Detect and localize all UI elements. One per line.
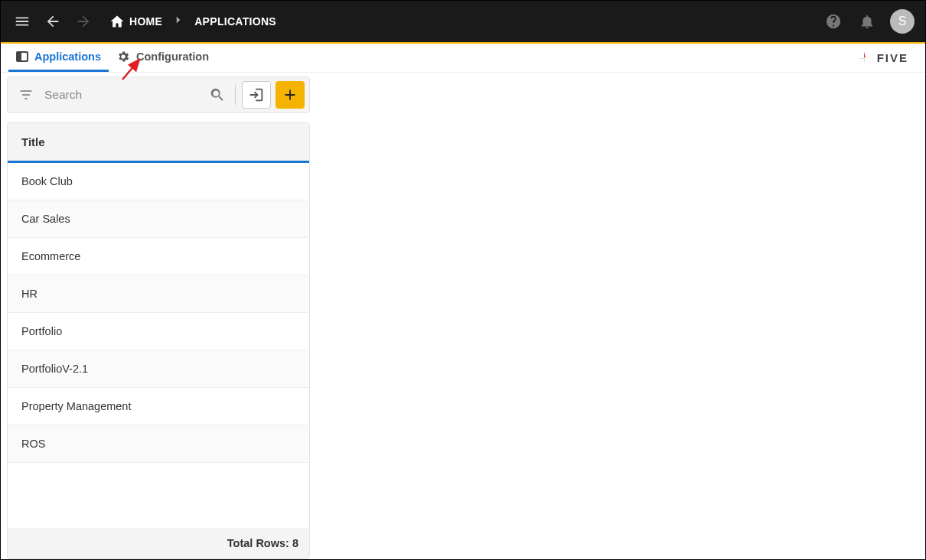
table-row[interactable]: Book Club [8,163,309,200]
breadcrumb-home[interactable]: HOME [109,14,162,29]
table-row[interactable]: PortfolioV-2.1 [8,350,309,388]
header-right: S [823,9,915,34]
list-panel: Title Book Club Car Sales Ecommerce HR P… [7,77,310,559]
filter-icon[interactable] [15,84,37,106]
gear-icon [116,50,130,63]
tab-applications-label: Applications [34,50,101,63]
brand-logo: FIVE [856,50,908,67]
breadcrumb: HOME APPLICATIONS [109,13,276,30]
table-row[interactable]: HR [8,275,309,313]
search-bar [7,77,310,113]
table-header[interactable]: Title [8,123,309,163]
search-icon[interactable] [206,83,229,106]
header-left: HOME APPLICATIONS [11,11,276,32]
divider [235,85,236,105]
app-header: HOME APPLICATIONS S [1,1,925,42]
tab-configuration-label: Configuration [136,50,209,63]
back-icon[interactable] [42,11,64,32]
table-body: Book Club Car Sales Ecommerce HR Portfol… [8,163,309,463]
tab-bar: Applications Configuration FIVE [1,44,925,73]
table-header-label: Title [21,135,45,148]
table-footer: Total Rows: 8 [8,528,309,558]
search-input[interactable] [44,88,206,102]
chevron-right-icon [171,13,185,30]
table-spacer [8,463,309,528]
table-row[interactable]: Portfolio [8,313,309,350]
menu-icon[interactable] [11,11,33,32]
footer-label: Total Rows: [227,537,289,549]
avatar[interactable]: S [890,9,915,34]
help-icon[interactable] [823,11,844,32]
home-icon [109,14,125,29]
tab-applications[interactable]: Applications [8,44,109,72]
brand-icon [856,50,872,67]
avatar-initial: S [898,15,907,28]
table-row[interactable]: Ecommerce [8,238,309,275]
table-row[interactable]: Car Sales [8,200,309,238]
import-button[interactable] [242,81,271,109]
table-row[interactable]: Property Management [8,388,309,425]
brand-text: FIVE [877,51,908,64]
panel-icon [16,51,28,62]
bell-icon[interactable] [856,11,878,32]
forward-icon [73,11,94,32]
table-row[interactable]: ROS [8,425,309,463]
footer-count: 8 [292,537,298,549]
applications-table: Title Book Club Car Sales Ecommerce HR P… [7,122,310,559]
tab-configuration[interactable]: Configuration [109,44,217,72]
breadcrumb-current[interactable]: APPLICATIONS [194,15,276,28]
breadcrumb-home-label: HOME [129,15,162,28]
add-button[interactable] [276,81,305,109]
main: Title Book Club Car Sales Ecommerce HR P… [1,73,925,559]
